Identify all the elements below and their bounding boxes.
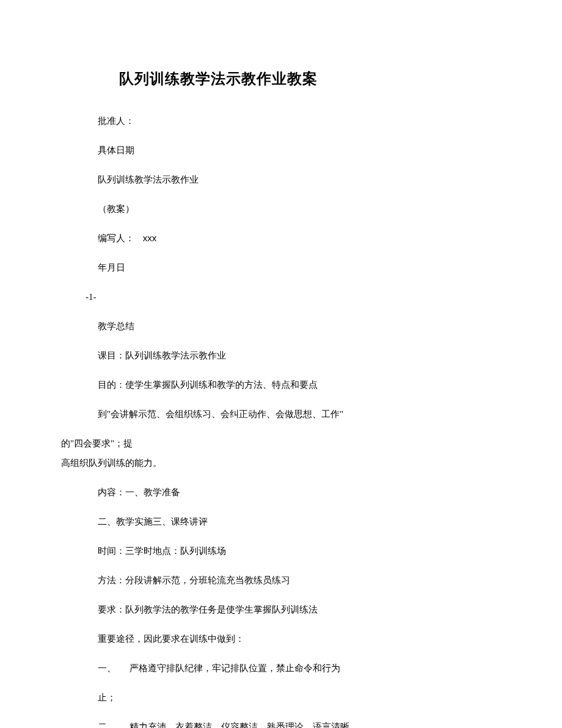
date-label-line: 具体日期 xyxy=(98,143,501,158)
purpose-line: 目的：使学生掌握队列训练和教学的方法、特点和要点 xyxy=(98,377,501,392)
requirement-item-1: 一、 严格遵守排队纪律，牢记排队位置，禁止命令和行为 xyxy=(98,661,501,675)
purpose-detail-1: 到"会讲解示范、会组织练习、会纠正动作、会做思想、工作" xyxy=(98,407,501,421)
document-title: 队列训练教学法示教作业教案 xyxy=(119,67,501,90)
author-line: 编写人： xxx xyxy=(98,231,501,246)
subject-line: 队列训练教学法示教作业 xyxy=(98,172,501,187)
date-fields: 年月日 xyxy=(98,260,501,275)
purpose-detail-2: 的"四会要求"；提 xyxy=(61,436,501,451)
content-line-1: 内容：一、教学准备 xyxy=(98,485,501,500)
time-place-line: 时间：三学时地点：队列训练场 xyxy=(98,544,501,558)
purpose-detail-3: 高组织队列训练的能力。 xyxy=(61,456,501,470)
item2-number: 二、 xyxy=(98,719,116,728)
author-value: xxx xyxy=(143,233,157,243)
item2-text: 精力充沛，衣着整洁，仪容整洁，熟悉理论，语言清晰 xyxy=(130,722,349,728)
requirement-item-2: 二、 精力充沛，衣着整洁，仪容整洁，熟悉理论，语言清晰 xyxy=(98,719,501,728)
item1-end: 止； xyxy=(98,690,501,705)
summary-heading: 教学总结 xyxy=(98,319,501,333)
course-line: 课目：队列训练教学法示教作业 xyxy=(98,348,501,363)
important-line: 重要途径，因此要求在训练中做到： xyxy=(98,632,501,646)
content-line-2: 二、教学实施三、课终讲评 xyxy=(98,514,501,529)
plan-label: （教案） xyxy=(98,202,501,216)
requirement-line: 要求：队列教学法的教学任务是使学生掌握队列训练法 xyxy=(98,602,501,617)
item1-number: 一、 xyxy=(98,661,116,675)
page-marker: -1- xyxy=(86,289,501,304)
approver-line: 批准人： xyxy=(98,114,501,128)
method-line: 方法：分段讲解示范，分班轮流充当教练员练习 xyxy=(98,573,501,588)
author-label: 编写人： xyxy=(98,233,134,243)
item1-text: 严格遵守排队纪律，牢记排队位置，禁止命令和行为 xyxy=(130,663,340,673)
